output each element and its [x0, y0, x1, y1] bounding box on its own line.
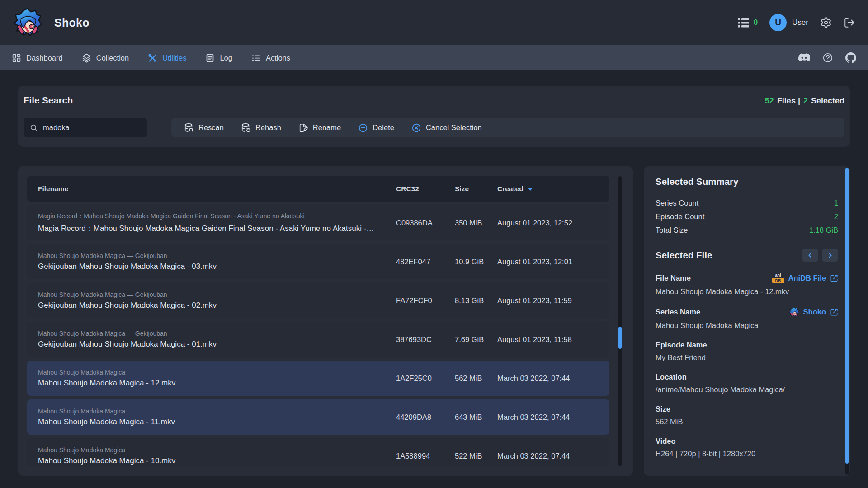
sort-desc-icon [528, 188, 533, 191]
chevron-right-icon [827, 252, 833, 258]
list-icon [251, 53, 261, 63]
rescan-button[interactable]: Rescan [184, 123, 224, 133]
shoko-logo [13, 8, 42, 38]
summary-row: Total Size 1.18 GiB [656, 223, 838, 237]
search-icon [30, 124, 38, 132]
logout-button[interactable] [844, 17, 855, 28]
search-box[interactable] [24, 118, 147, 137]
table-scrollbar-thumb[interactable] [618, 327, 622, 349]
help-icon[interactable] [822, 52, 833, 63]
prev-file-button[interactable] [802, 249, 818, 262]
field-video: Video H264 | 720p | 8-bit | 1280x720 [656, 437, 838, 458]
table-row[interactable]: Magia Record：Mahou Shoujo Madoka Magica … [27, 205, 609, 240]
rehash-button[interactable]: Rehash [241, 123, 281, 133]
external-link-icon [830, 274, 838, 282]
user-name: User [792, 18, 808, 27]
table-row[interactable]: Mahou Shoujo Madoka Magica — Gekijouban … [27, 322, 609, 357]
next-file-button[interactable] [822, 249, 838, 262]
summary-row: Series Count 1 [656, 196, 838, 210]
rename-button[interactable]: Rename [298, 123, 341, 133]
file-counts: 52 Files | 2 Selected [765, 96, 844, 106]
nav-item-actions[interactable]: Actions [251, 53, 290, 63]
circle-x-icon [411, 123, 421, 133]
sidebar-scrollbar[interactable] [845, 168, 849, 474]
database-search-icon [184, 123, 194, 133]
files-count: 52 [765, 96, 774, 106]
cancel-selection-button[interactable]: Cancel Selection [411, 123, 482, 133]
table-body: Magia Record：Mahou Shoujo Madoka Magica … [27, 205, 609, 466]
anidb-file-link[interactable]: ani DB AniDB File [772, 273, 838, 283]
field-file-name: File Name ani DB AniDB File Mahou Shoujo… [656, 273, 838, 296]
top-bar: Shoko 0 U User [0, 0, 868, 45]
user-menu[interactable]: U User [769, 14, 808, 31]
summary-row: Episode Count 2 [656, 210, 838, 223]
table-scrollbar[interactable] [618, 176, 622, 466]
file-search-panel: File Search 52 Files | 2 Selected [18, 86, 850, 147]
summary-title: Selected Summary [656, 176, 838, 187]
gear-icon [820, 17, 832, 28]
external-link-icon [830, 308, 838, 316]
user-avatar: U [769, 14, 787, 31]
field-location: Location /anime/Mahou Shoujo Madoka Magi… [656, 373, 838, 394]
file-table: Filename CRC32 Size Created Magia Record… [18, 166, 633, 476]
selected-file-title: Selected File [656, 250, 712, 261]
shoko-icon [789, 307, 799, 317]
queue-status[interactable]: 0 [738, 18, 758, 28]
selected-count: 2 [803, 96, 808, 106]
dashboard-icon [12, 53, 21, 63]
table-header: Filename CRC32 Size Created [27, 176, 609, 202]
column-size[interactable]: Size [455, 185, 497, 193]
field-size: Size 562 MiB [656, 405, 838, 426]
database-refresh-icon [241, 123, 251, 133]
tools-icon [148, 53, 157, 63]
app-title: Shoko [54, 16, 90, 29]
table-row-selected[interactable]: Mahou Shoujo Madoka Magica Mahou Shoujo … [27, 361, 609, 396]
nav-item-utilities[interactable]: Utilities [148, 53, 186, 63]
field-episode-name: Episode Name My Best Friend [656, 341, 838, 362]
settings-button[interactable] [820, 17, 832, 28]
nav-item-log[interactable]: Log [205, 53, 232, 63]
main-nav: Dashboard Collection Utilities [0, 45, 868, 70]
table-row-selected[interactable]: Mahou Shoujo Madoka Magica Mahou Shoujo … [27, 399, 609, 435]
anidb-icon: ani DB [772, 273, 784, 283]
log-file-icon [205, 53, 215, 63]
queue-icon [738, 18, 749, 28]
page-title: File Search [24, 95, 73, 106]
column-filename[interactable]: Filename [27, 185, 396, 193]
table-row[interactable]: Mahou Shoujo Madoka Magica Mahou Shoujo … [27, 438, 609, 466]
search-input[interactable] [43, 123, 141, 132]
table-row[interactable]: Mahou Shoujo Madoka Magica — Gekijouban … [27, 244, 609, 279]
discord-icon[interactable] [798, 53, 810, 62]
queue-count: 0 [754, 18, 758, 27]
nav-item-dashboard[interactable]: Dashboard [12, 53, 63, 63]
field-series-name: Series Name Shoko Mahou Shoujo Madoka Ma… [656, 307, 838, 330]
column-crc32[interactable]: CRC32 [396, 185, 455, 193]
logout-icon [844, 17, 855, 28]
circle-minus-icon [358, 123, 368, 133]
column-created[interactable]: Created [497, 185, 609, 193]
github-icon[interactable] [845, 52, 856, 63]
file-edit-icon [298, 123, 308, 133]
summary-rows: Series Count 1 Episode Count 2 Total Siz… [656, 196, 838, 237]
shoko-series-link[interactable]: Shoko [789, 307, 838, 317]
table-row[interactable]: Mahou Shoujo Madoka Magica — Gekijouban … [27, 283, 609, 318]
layers-icon [82, 53, 91, 63]
sidebar-scrollbar-thumb[interactable] [845, 168, 849, 464]
file-toolbar: Rescan Rehash [171, 118, 844, 137]
delete-button[interactable]: Delete [358, 123, 394, 133]
chevron-left-icon [807, 252, 813, 258]
selection-sidebar: Selected Summary Series Count 1 Episode … [644, 166, 850, 476]
nav-item-collection[interactable]: Collection [82, 53, 129, 63]
